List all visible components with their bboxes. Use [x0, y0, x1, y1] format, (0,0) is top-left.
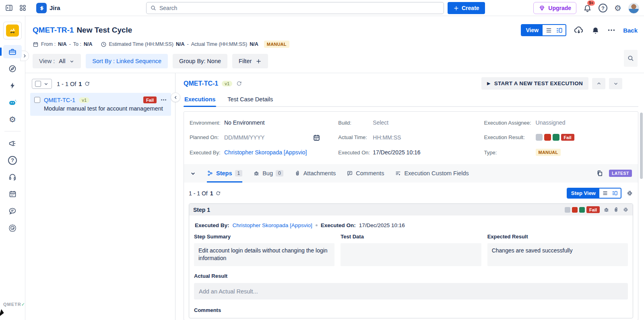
tab-bug[interactable]: Bug 0 — [253, 164, 283, 183]
create-button[interactable]: Create — [448, 2, 485, 14]
sidebar-item-explore[interactable] — [3, 62, 22, 75]
tab-test-case-details[interactable]: Test Case Details — [227, 95, 274, 106]
refresh-icon[interactable] — [84, 81, 90, 87]
collapse-list-panel-button[interactable] — [171, 92, 180, 102]
custom-fields-icon — [395, 170, 401, 176]
field-planned-on: Planned On: DD/MMM/YYYY — [190, 134, 335, 141]
question-icon — [8, 156, 17, 165]
sidebar-item-automation[interactable] — [3, 79, 22, 92]
assignee-select[interactable]: Unassigned — [536, 119, 566, 126]
previous-test-case-button[interactable] — [592, 78, 605, 89]
test-case-key[interactable]: QMET-TC-1 — [44, 97, 75, 103]
test-cycle-key[interactable]: QMET-TR-1 — [33, 26, 74, 35]
select-all-checkbox[interactable] — [35, 81, 41, 87]
jira-brand[interactable]: Jira — [36, 3, 60, 13]
result-current-badge[interactable]: Fail — [561, 134, 574, 141]
result-pass-swatch[interactable] — [553, 134, 559, 141]
calendar-icon — [33, 41, 39, 47]
detail-view-icon[interactable] — [556, 27, 563, 34]
step-result-na-swatch[interactable] — [565, 207, 570, 213]
test-data-value — [341, 243, 481, 266]
result-fail-swatch[interactable] — [544, 134, 551, 141]
sort-by-button[interactable]: Sort By : Linked Sequence — [86, 54, 168, 68]
cloud-download-icon[interactable] — [574, 25, 584, 35]
actual-result-input[interactable] — [194, 283, 628, 299]
notifications-button[interactable]: 9+ — [583, 4, 592, 12]
tab-execution-custom-fields[interactable]: Execution Custom Fields — [395, 164, 469, 183]
sidebar-item-settings[interactable] — [3, 113, 22, 126]
sidebar-item-announcements[interactable] — [3, 137, 22, 150]
detail-test-case-key[interactable]: QMET-TC-1 — [184, 80, 218, 87]
gear-icon[interactable] — [614, 4, 621, 12]
test-cycle-header: QMET-TR-1 New Test Cycle View — [25, 16, 644, 73]
sidebar-item-feedback[interactable] — [3, 204, 22, 217]
upgrade-button[interactable]: Upgrade — [533, 2, 576, 14]
panel-search-button[interactable] — [624, 50, 638, 67]
result-na-swatch[interactable] — [536, 134, 543, 141]
sidebar-item-help[interactable] — [3, 154, 22, 167]
sidebar-item-support[interactable] — [3, 170, 22, 184]
actual-time-input[interactable]: HH:MM:SS — [373, 134, 401, 141]
build-select[interactable]: Select — [373, 119, 388, 126]
executed-by-link[interactable]: Christopher Skoropada [Appsvio] — [224, 149, 307, 156]
group-by-button[interactable]: Group By: None — [173, 54, 227, 68]
detail-view-icon[interactable] — [612, 190, 618, 196]
sidebar-item-ai-assistant[interactable] — [3, 96, 22, 109]
step-header[interactable]: Step 1 Fail — [189, 204, 633, 215]
paperclip-icon[interactable] — [613, 207, 619, 213]
tab-comments[interactable]: Comments — [347, 164, 384, 183]
step-status-badge[interactable]: Fail — [586, 206, 600, 213]
executed-by-link[interactable]: Christopher Skoropada [Appsvio] — [233, 222, 312, 228]
row-more-menu-icon[interactable] — [160, 96, 167, 103]
start-new-execution-button[interactable]: START A NEW TEST EXECUTION — [481, 77, 588, 90]
step-view-toggle[interactable]: Step View — [567, 188, 621, 199]
tab-attachments[interactable]: Attachments — [294, 164, 336, 183]
filter-button[interactable]: Filter — [232, 54, 268, 68]
planned-on-input[interactable]: DD/MMM/YYYY — [224, 134, 264, 141]
list-pagination: 1 - 1 Of1 — [57, 81, 90, 87]
execution-tab-strip: Steps 1 Bug 0 Attachments — [184, 164, 638, 183]
headset-icon — [8, 173, 17, 182]
collapse-step-icon[interactable] — [623, 207, 629, 213]
sidebar-toggle-icon[interactable] — [5, 4, 13, 12]
app-switcher-icon[interactable] — [19, 4, 27, 12]
search-input[interactable] — [159, 5, 440, 11]
copy-icon[interactable] — [596, 170, 603, 177]
refresh-icon[interactable] — [236, 80, 242, 87]
bug-icon[interactable] — [603, 207, 609, 213]
tab-steps[interactable]: Steps 1 — [207, 164, 242, 183]
bug-icon — [253, 170, 260, 176]
help-icon[interactable] — [599, 4, 607, 12]
date-picker-icon[interactable] — [313, 134, 320, 142]
test-case-summary: Modular manual test for account manageme… — [44, 105, 167, 112]
avatar[interactable] — [628, 3, 639, 14]
more-menu-icon[interactable] — [607, 26, 616, 35]
global-search[interactable] — [146, 2, 444, 14]
refresh-icon[interactable] — [215, 191, 221, 196]
next-test-case-button[interactable] — [609, 78, 622, 89]
step-result-pass-swatch[interactable] — [579, 207, 585, 213]
select-all-dropdown[interactable] — [32, 79, 52, 89]
step-result-fail-swatch[interactable] — [572, 207, 578, 213]
environment-select[interactable]: No Environment — [224, 119, 264, 126]
view-toggle[interactable]: View — [521, 24, 566, 36]
steps-icon — [207, 170, 213, 176]
collapse-all-icon[interactable] — [626, 190, 633, 197]
row-checkbox[interactable] — [34, 97, 40, 103]
vertical-scrollbar[interactable] — [640, 113, 643, 179]
back-link[interactable]: Back — [623, 27, 638, 34]
collapse-section-icon[interactable] — [190, 170, 196, 176]
test-case-row[interactable]: QMET-TC-1 v1 Fail Modular manual test fo… — [30, 93, 171, 116]
list-view-icon[interactable] — [545, 27, 552, 34]
execution-detail-panel: QMET-TC-1 v1 START A NEW TEST EXECUTION — [175, 73, 644, 320]
list-view-icon[interactable] — [602, 190, 608, 196]
subscribe-bell-icon[interactable] — [591, 26, 600, 35]
sidebar-item-tracker[interactable] — [3, 221, 22, 234]
qmetry-app-logo[interactable] — [3, 22, 22, 39]
sidebar-item-calendar[interactable] — [3, 187, 22, 201]
tab-executions[interactable]: Executions — [184, 95, 216, 106]
calendar-icon — [8, 190, 17, 198]
paperclip-icon — [294, 170, 301, 176]
sidebar-item-test-cycles[interactable] — [3, 45, 22, 58]
view-filter-dropdown[interactable]: View : All — [33, 54, 81, 68]
